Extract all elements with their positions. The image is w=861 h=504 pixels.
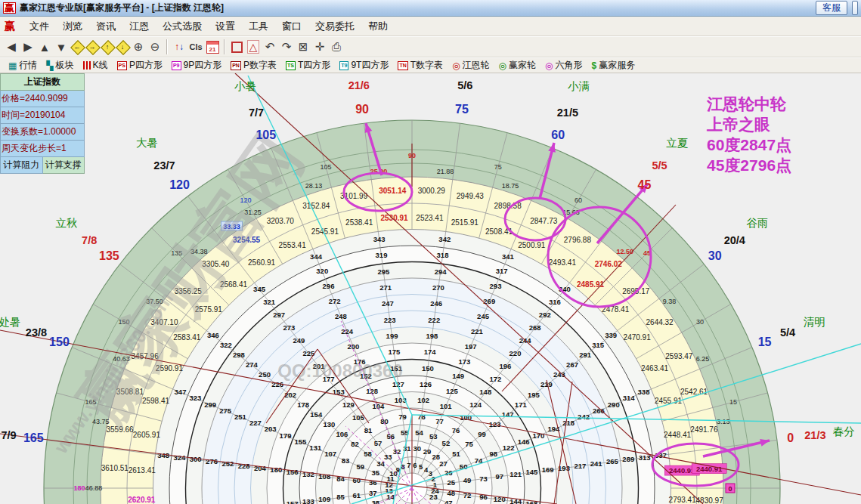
svg-text:2847.73: 2847.73 xyxy=(530,217,558,225)
nav-right-icon[interactable]: ▶ xyxy=(20,39,36,55)
center-icon[interactable]: ✛ xyxy=(311,39,328,55)
partial-button[interactable] xyxy=(852,1,858,15)
tool-p-square[interactable]: PSP四方形 xyxy=(113,58,166,73)
tool-winner-wheel[interactable]: ◎赢家轮 xyxy=(495,58,540,73)
svg-text:98: 98 xyxy=(490,450,498,458)
svg-text:33: 33 xyxy=(384,453,392,461)
nav-down-icon[interactable]: ▼ xyxy=(53,39,70,55)
zoom-out-icon[interactable]: ⊖ xyxy=(147,39,163,55)
svg-text:27: 27 xyxy=(439,459,448,468)
gann-wheel-chart-area[interactable]: 1234567891011121314232425262728293031323… xyxy=(0,73,861,504)
svg-text:125: 125 xyxy=(446,387,459,395)
calc-support-button[interactable]: 计算支撑 xyxy=(43,157,85,174)
svg-text:5/5: 5/5 xyxy=(652,159,667,172)
svg-text:204: 204 xyxy=(254,464,267,472)
svg-text:149: 149 xyxy=(452,372,464,380)
svg-text:293: 293 xyxy=(490,282,502,290)
svg-text:199: 199 xyxy=(386,332,398,340)
title-bar: 赢 赢家江恩专业版[赢家服务平台] - [上证指数 江恩轮] 客服 xyxy=(0,0,861,17)
box-x-icon[interactable]: ⊠ xyxy=(295,39,311,55)
menu-9[interactable]: 帮助 xyxy=(361,19,395,33)
rotate-ccw-icon[interactable]: ↶ xyxy=(262,39,278,55)
customer-service-button[interactable]: 客服 xyxy=(816,1,847,15)
triangle-tool-icon[interactable]: △ xyxy=(245,39,262,55)
svg-text:296: 296 xyxy=(323,282,335,290)
svg-text:9.38: 9.38 xyxy=(663,298,677,305)
step-left-icon[interactable]: ← xyxy=(70,39,85,54)
nine-t-square-icon: T9 xyxy=(339,61,348,70)
calendar-icon[interactable]: 21 xyxy=(204,39,221,55)
tool-kline[interactable]: K线 xyxy=(79,58,112,73)
step-up-icon[interactable]: ↑ xyxy=(100,39,115,54)
menu-8[interactable]: 交易委托 xyxy=(308,19,361,33)
step-right-icon[interactable]: → xyxy=(85,39,100,54)
svg-text:250: 250 xyxy=(259,370,271,379)
svg-text:178: 178 xyxy=(297,400,309,409)
menu-7[interactable]: 窗口 xyxy=(275,19,308,33)
svg-text:315: 315 xyxy=(592,341,605,349)
svg-text:77: 77 xyxy=(435,417,444,425)
svg-text:7: 7 xyxy=(407,461,410,469)
zoom-in-icon[interactable]: ⊕ xyxy=(130,39,147,55)
svg-text:157: 157 xyxy=(286,499,299,504)
tool-gann-wheel[interactable]: ◎江恩轮 xyxy=(448,58,493,73)
updown-icon[interactable]: ↑↓ xyxy=(171,39,187,55)
svg-text:267: 267 xyxy=(566,360,578,369)
svg-text:225: 225 xyxy=(303,349,316,357)
svg-text:198: 198 xyxy=(426,332,438,340)
nav-left-icon[interactable]: ◀ xyxy=(3,39,20,55)
tool-service[interactable]: $赢家服务 xyxy=(588,58,640,73)
svg-text:47: 47 xyxy=(444,499,453,504)
tool-nine-t-square[interactable]: T99T四方形 xyxy=(336,58,392,73)
tool-t-square[interactable]: TST四方形 xyxy=(282,58,334,73)
annotation-line-2: 60度2847点 xyxy=(707,136,791,154)
svg-text:156: 156 xyxy=(286,468,299,476)
svg-text:108: 108 xyxy=(318,472,330,481)
svg-text:195: 195 xyxy=(528,391,540,399)
t-square-icon: TS xyxy=(286,61,296,70)
svg-text:180: 180 xyxy=(73,484,85,492)
svg-text:272: 272 xyxy=(329,297,341,305)
menu-4[interactable]: 公式选股 xyxy=(156,19,209,33)
gann-wheel-svg[interactable]: 1234567891011121314232425262728293031323… xyxy=(0,73,861,504)
svg-text:90: 90 xyxy=(355,103,369,116)
svg-text:7/9: 7/9 xyxy=(2,429,17,441)
svg-text:53: 53 xyxy=(429,432,438,441)
svg-text:317: 317 xyxy=(496,267,508,275)
clear-icon[interactable]: ⎙ xyxy=(328,39,345,55)
menu-5[interactable]: 设置 xyxy=(209,19,242,33)
main-toolbar: ◀▶▲▼←→↑↓⊕⊖↑↓Cls21△↶↷⊠✛⎙ xyxy=(0,36,861,57)
svg-text:268: 268 xyxy=(529,323,541,332)
menu-1[interactable]: 浏览 xyxy=(56,19,89,33)
menu-2[interactable]: 资讯 xyxy=(89,19,122,33)
tool-hexagon[interactable]: ◎六角形 xyxy=(541,58,586,73)
window-title: 赢家江恩专业版[赢家服务平台] - [上证指数 江恩轮] xyxy=(20,2,811,14)
calc-resistance-button[interactable]: 计算阻力 xyxy=(0,157,43,174)
svg-text:5: 5 xyxy=(419,462,423,471)
svg-text:100: 100 xyxy=(460,413,472,422)
cls-button[interactable]: Cls xyxy=(187,39,204,55)
menu-6[interactable]: 工具 xyxy=(242,19,275,33)
svg-text:135: 135 xyxy=(99,249,119,262)
rotate-cw-icon[interactable]: ↷ xyxy=(278,39,295,55)
square-tool-icon[interactable] xyxy=(228,39,245,55)
svg-text:3: 3 xyxy=(429,469,432,478)
menu-3[interactable]: 江恩 xyxy=(122,19,156,33)
tool-sectors[interactable]: ▚板块 xyxy=(42,58,77,73)
tool-t-table[interactable]: TNT数字表 xyxy=(394,58,447,73)
tool-quotes-grid[interactable]: ▦行情 xyxy=(5,58,41,73)
watermark-qq: QQ:100800360 xyxy=(277,360,402,381)
svg-text:222: 222 xyxy=(428,316,440,324)
tool-p-table[interactable]: PNP数字表 xyxy=(227,58,280,73)
svg-text:60: 60 xyxy=(353,476,361,484)
gann-wheel-icon: ◎ xyxy=(452,60,460,71)
menu-0[interactable]: 文件 xyxy=(23,19,56,33)
svg-text:338: 338 xyxy=(638,388,650,396)
svg-text:342: 342 xyxy=(438,235,451,243)
svg-text:181: 181 xyxy=(270,502,283,504)
svg-text:275: 275 xyxy=(219,407,232,415)
svg-text:6.25: 6.25 xyxy=(696,355,710,363)
step-down-icon[interactable]: ↓ xyxy=(115,39,130,54)
nav-up-icon[interactable]: ▲ xyxy=(36,39,53,55)
tool-nine-p-square[interactable]: P99P四方形 xyxy=(168,58,225,73)
